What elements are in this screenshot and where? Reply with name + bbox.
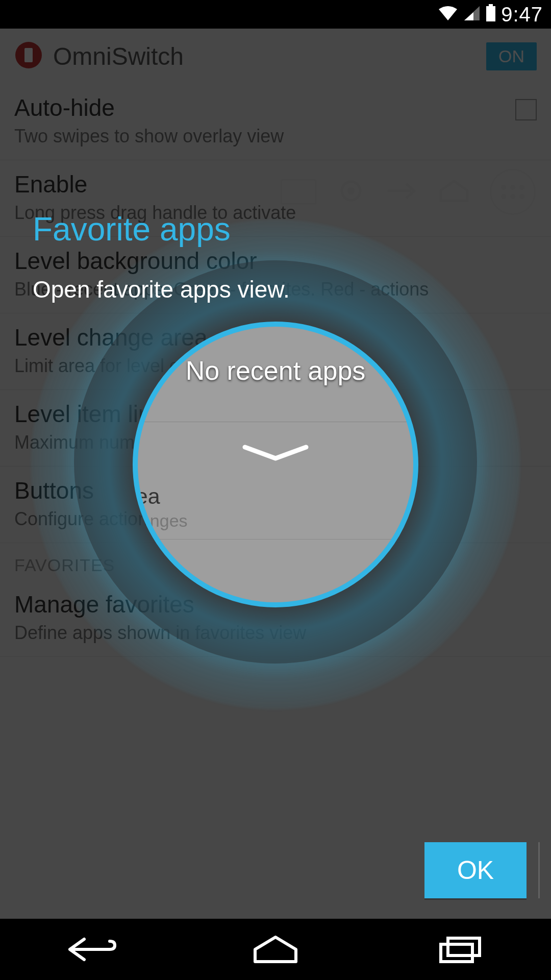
tutorial-body: Open favorite apps view.: [33, 276, 290, 303]
back-button[interactable]: [41, 929, 143, 970]
svg-rect-6: [441, 944, 472, 962]
lens-row: ange area or level changes: [133, 480, 418, 535]
status-bar: 9:47: [0, 0, 551, 29]
svg-rect-1: [486, 6, 495, 21]
divider: [138, 422, 413, 422]
cell-signal-icon: [463, 3, 481, 26]
home-button[interactable]: [224, 929, 327, 970]
divider: [538, 842, 540, 898]
recents-button[interactable]: [408, 929, 510, 970]
showcase-lens[interactable]: No recent apps ange area or level change…: [133, 322, 418, 607]
lens-row-title: ange area: [133, 484, 418, 509]
navigation-bar: [0, 919, 551, 980]
svg-rect-0: [489, 4, 493, 6]
ok-button[interactable]: OK: [424, 842, 527, 898]
svg-rect-7: [448, 938, 480, 955]
chevron-down-icon[interactable]: [240, 443, 311, 463]
tutorial-title: Favorite apps: [33, 210, 231, 248]
lens-row-sub: or level changes: [133, 511, 418, 531]
no-recent-apps-label: No recent apps: [138, 355, 413, 386]
status-clock: 9:47: [501, 3, 543, 26]
divider: [133, 539, 418, 540]
wifi-icon: [438, 3, 458, 26]
battery-icon: [486, 3, 496, 26]
